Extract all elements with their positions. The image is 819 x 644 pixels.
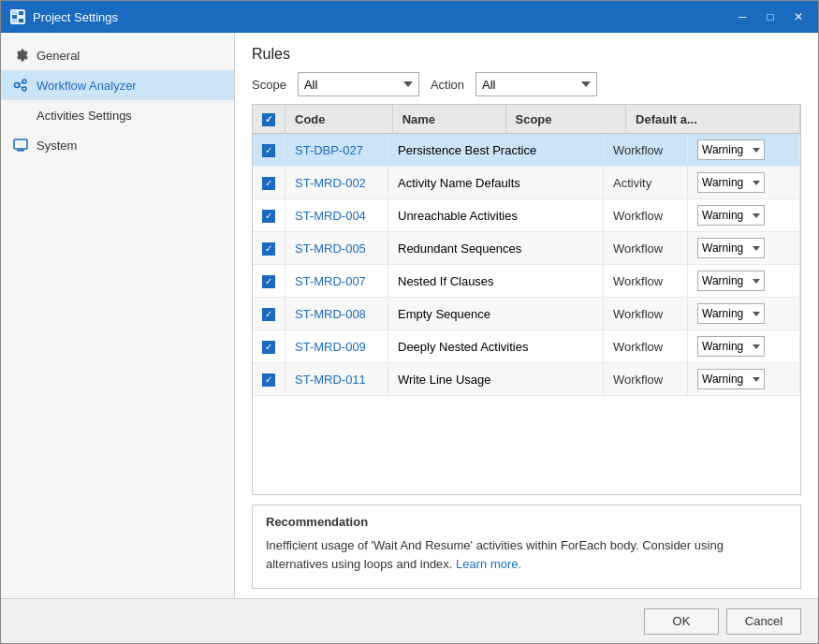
svg-rect-4 — [12, 11, 17, 14]
row-checkbox-cell — [253, 330, 285, 363]
window-controls: ─ □ ✕ — [730, 7, 811, 27]
rules-tbody: ST-DBP-027Persistence Best PracticeWorkf… — [253, 134, 800, 396]
svg-rect-1 — [12, 15, 17, 19]
gear-icon — [12, 47, 29, 64]
row-code: ST-MRD-009 — [285, 330, 388, 363]
rules-table-body: ST-DBP-027Persistence Best PracticeWorkf… — [253, 134, 800, 396]
row-checkbox-cell — [253, 363, 285, 396]
header-scope: Scope — [505, 105, 626, 134]
table-row: ST-MRD-007Nested If ClausesWorkflowWarni… — [253, 265, 800, 298]
sidebar-item-general[interactable]: General — [1, 40, 234, 70]
svg-point-7 — [22, 80, 26, 83]
header-name: Name — [392, 105, 505, 134]
table-row: ST-MRD-002Activity Name DefaultsActivity… — [253, 167, 800, 199]
row-checkbox[interactable] — [262, 308, 275, 321]
action-label: Action — [431, 78, 464, 92]
app-icon — [8, 7, 27, 26]
filters-row: Scope All Workflow Activity Action All W… — [252, 72, 801, 96]
row-scope: Workflow — [604, 232, 688, 265]
minimize-button[interactable]: ─ — [730, 7, 754, 27]
sidebar-item-system[interactable]: System — [1, 130, 234, 160]
row-action: WarningErrorInfoVerbose — [688, 134, 800, 167]
svg-line-9 — [20, 82, 23, 84]
recommendation-link[interactable]: Learn more. — [456, 557, 521, 571]
scope-label: Scope — [252, 78, 286, 92]
action-dropdown[interactable]: WarningErrorInfoVerbose — [697, 172, 765, 193]
row-code: ST-DBP-027 — [285, 134, 388, 167]
window-title: Project Settings — [33, 10, 730, 24]
row-checkbox-cell — [253, 199, 285, 232]
table-header-row: Code Name Scope Default a... — [253, 105, 800, 134]
row-checkbox-cell — [253, 265, 285, 298]
system-icon — [12, 137, 29, 154]
row-name: Empty Sequence — [388, 298, 604, 330]
workflow-icon — [12, 77, 29, 94]
row-checkbox[interactable] — [262, 177, 275, 190]
action-dropdown[interactable]: WarningErrorInfoVerbose — [697, 205, 765, 226]
row-checkbox[interactable] — [262, 210, 275, 223]
sidebar-label-general: General — [37, 49, 80, 63]
row-name: Unreachable Activities — [388, 199, 604, 232]
row-checkbox[interactable] — [262, 242, 275, 256]
action-dropdown[interactable]: WarningErrorInfoVerbose — [697, 369, 765, 389]
row-action: WarningErrorInfoVerbose — [688, 330, 800, 363]
scope-select[interactable]: All Workflow Activity — [298, 72, 419, 96]
header-checkbox[interactable] — [262, 113, 275, 126]
action-dropdown[interactable]: WarningErrorInfoVerbose — [697, 139, 765, 160]
header-code: Code — [285, 105, 393, 134]
table-row: ST-MRD-008Empty SequenceWorkflowWarningE… — [253, 298, 800, 330]
svg-line-10 — [20, 86, 23, 88]
row-scope: Activity — [604, 167, 688, 199]
sidebar-item-workflow-analyzer[interactable]: Workflow Analyzer — [1, 70, 234, 100]
table-row: ST-DBP-027Persistence Best PracticeWorkf… — [253, 134, 800, 167]
row-checkbox[interactable] — [262, 373, 275, 387]
action-dropdown[interactable]: WarningErrorInfoVerbose — [697, 336, 765, 357]
header-checkbox-col — [253, 105, 285, 134]
row-scope: Workflow — [604, 265, 688, 298]
row-action: WarningErrorInfoVerbose — [688, 298, 800, 330]
action-dropdown[interactable]: WarningErrorInfoVerbose — [697, 271, 765, 291]
rules-header: Rules Scope All Workflow Activity Action… — [235, 33, 818, 104]
row-checkbox-cell — [253, 298, 285, 330]
action-dropdown[interactable]: WarningErrorInfoVerbose — [697, 303, 765, 324]
row-checkbox[interactable] — [262, 144, 275, 157]
code-link[interactable]: ST-MRD-005 — [295, 242, 366, 256]
action-select[interactable]: All Warning Error Info — [475, 72, 597, 96]
action-dropdown[interactable]: WarningErrorInfoVerbose — [697, 238, 765, 258]
rules-title: Rules — [252, 46, 801, 63]
header-default-action: Default a... — [626, 105, 800, 134]
row-name: Persistence Best Practice — [388, 134, 604, 167]
svg-rect-2 — [19, 11, 23, 15]
code-link[interactable]: ST-MRD-002 — [295, 176, 366, 190]
code-link[interactable]: ST-MRD-011 — [295, 373, 366, 387]
code-link[interactable]: ST-MRD-008 — [295, 307, 366, 321]
row-code: ST-MRD-007 — [285, 265, 388, 298]
row-action: WarningErrorInfoVerbose — [688, 265, 800, 298]
row-scope: Workflow — [604, 199, 688, 232]
svg-point-8 — [22, 87, 26, 91]
sidebar-item-activities-settings[interactable]: Activities Settings — [1, 100, 234, 130]
row-code: ST-MRD-002 — [285, 167, 388, 199]
code-link[interactable]: ST-MRD-004 — [295, 209, 366, 223]
project-settings-window: Project Settings ─ □ ✕ General — [0, 0, 819, 644]
sidebar: General Workflow Analyzer Activities Set… — [1, 33, 235, 598]
row-checkbox[interactable] — [262, 275, 275, 288]
code-link[interactable]: ST-MRD-009 — [295, 340, 366, 354]
code-link[interactable]: ST-MRD-007 — [295, 274, 366, 288]
table-row: ST-MRD-011Write Line UsageWorkflowWarnin… — [253, 363, 800, 396]
title-bar: Project Settings ─ □ ✕ — [1, 1, 818, 33]
row-code: ST-MRD-008 — [285, 298, 388, 330]
ok-button[interactable]: OK — [644, 608, 719, 635]
row-scope: Workflow — [604, 134, 688, 167]
table-row: ST-MRD-005Redundant SequencesWorkflowWar… — [253, 232, 800, 265]
row-name: Activity Name Defaults — [388, 167, 604, 199]
cancel-button[interactable]: Cancel — [726, 608, 801, 635]
maximize-button[interactable]: □ — [758, 7, 782, 27]
svg-rect-5 — [12, 20, 17, 22]
row-checkbox-cell — [253, 232, 285, 265]
row-checkbox[interactable] — [262, 341, 275, 354]
sidebar-label-activities-settings: Activities Settings — [37, 109, 132, 123]
table-scroll-wrapper[interactable]: ST-DBP-027Persistence Best PracticeWorkf… — [253, 134, 800, 494]
close-button[interactable]: ✕ — [786, 7, 811, 27]
code-link[interactable]: ST-DBP-027 — [295, 143, 363, 157]
